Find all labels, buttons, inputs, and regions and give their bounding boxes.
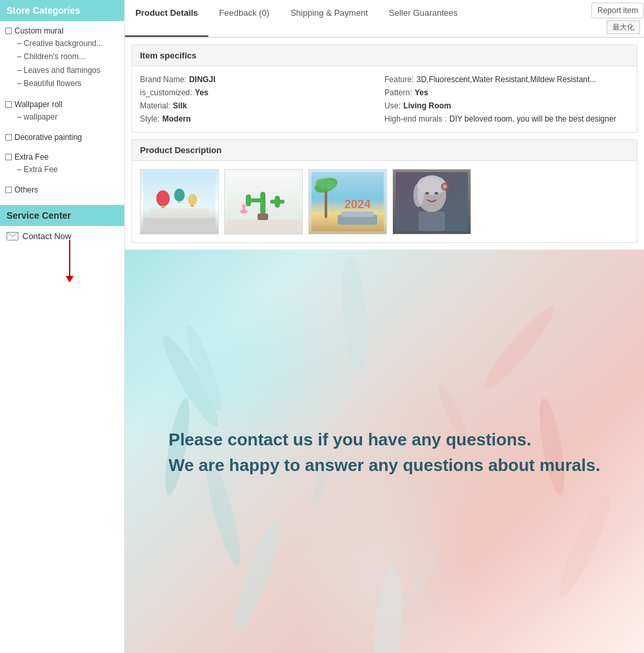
service-center-header: Service Center: [0, 205, 124, 226]
spec-murals-label: High-end murals :: [384, 114, 447, 124]
arrow-head: [66, 276, 74, 282]
store-categories-header: Store Categories: [0, 0, 124, 21]
spec-brand-label: Brand Name:: [140, 75, 187, 84]
sub-extra-fee[interactable]: Extra Fee: [17, 163, 119, 176]
spec-pattern: Pattern: Yes: [384, 86, 629, 99]
svg-point-5: [174, 189, 185, 202]
svg-rect-8: [191, 205, 194, 207]
spec-brand: Brand Name: DINGJI: [140, 73, 384, 86]
product-image-4[interactable]: [392, 169, 471, 235]
svg-rect-14: [246, 194, 251, 206]
svg-rect-20: [227, 219, 300, 231]
spec-feature-label: Feature:: [384, 75, 414, 84]
product-image-1[interactable]: [140, 169, 219, 235]
product-image-3[interactable]: 2024: [308, 169, 387, 235]
spec-feature: Feature: 3D,Fluorescent,Water Resistant,…: [384, 73, 629, 86]
spec-feature-value: 3D,Fluorescent,Water Resistant,Mildew Re…: [417, 75, 597, 84]
svg-rect-12: [260, 192, 265, 215]
spec-use-value: Living Room: [403, 101, 451, 110]
svg-point-44: [478, 302, 561, 395]
spec-pattern-label: Pattern:: [384, 88, 412, 97]
category-decorative-label[interactable]: Decorative painting: [5, 131, 119, 143]
svg-rect-6: [177, 201, 181, 203]
spec-style-value: Modern: [162, 114, 191, 124]
category-extra-fee-subs: Extra Fee: [5, 163, 119, 176]
svg-point-48: [338, 256, 372, 375]
sub-wallpaper[interactable]: wallpaper: [17, 110, 119, 124]
category-decorative: Decorative painting: [0, 127, 124, 147]
tab-shipping[interactable]: Shipping & Payment: [280, 0, 379, 37]
spec-murals: High-end murals : DIY beloved room, you …: [384, 112, 629, 125]
svg-rect-38: [396, 172, 468, 231]
sidebar: Store Categories Custom mural Creative b…: [0, 0, 125, 653]
item-specifics-header: Item specifics: [132, 45, 637, 66]
product-description-header: Product Description: [132, 140, 637, 161]
report-item-button[interactable]: Report item: [591, 3, 644, 18]
arrow-line: [69, 240, 70, 276]
svg-rect-10: [150, 208, 209, 218]
category-custom-mural: Custom mural Creative background... Chil…: [0, 21, 124, 95]
svg-point-51: [397, 543, 444, 612]
spec-use: Use: Living Room: [384, 99, 629, 112]
bottom-text-line1: Please contact us if you have any questi…: [169, 427, 601, 453]
svg-rect-4: [161, 206, 165, 208]
category-custom-mural-subs: Creative background... Children's room..…: [5, 37, 119, 91]
spec-use-label: Use:: [384, 101, 401, 110]
mail-icon: [7, 232, 18, 240]
contact-now-label: Contact Now: [22, 231, 71, 241]
tab-feedback[interactable]: Feedback (0): [208, 0, 280, 37]
svg-point-19: [242, 204, 246, 208]
spec-material: Material: Silk: [140, 99, 384, 112]
maximize-button[interactable]: 最大化: [607, 20, 640, 34]
spec-material-label: Material:: [140, 101, 170, 110]
item-specifics-section: Item specifics Brand Name: DINGJI is_cus…: [131, 45, 637, 133]
collapse-icon-2: [5, 101, 12, 108]
collapse-icon-5: [5, 187, 12, 193]
svg-rect-9: [143, 218, 216, 231]
sub-childrens[interactable]: Children's room...: [17, 50, 119, 63]
category-extra-fee-label[interactable]: Extra Fee: [5, 151, 119, 163]
svg-rect-21: [258, 214, 268, 220]
svg-text:2024: 2024: [344, 198, 371, 211]
category-extra-fee: Extra Fee Extra Fee: [0, 147, 124, 180]
svg-point-43: [226, 519, 287, 637]
top-bar-right: Report item 最大化: [591, 0, 644, 37]
product-images: 2024: [132, 161, 637, 242]
collapse-icon: [5, 28, 12, 34]
spec-pattern-value: Yes: [415, 88, 428, 97]
sub-flowers[interactable]: Beautiful flowers: [17, 77, 119, 90]
svg-rect-18: [242, 208, 245, 213]
category-wallpaper-label[interactable]: Wallpaper roll: [5, 99, 119, 110]
svg-rect-16: [275, 196, 280, 208]
sub-leaves[interactable]: Leaves and flamingos: [17, 64, 119, 77]
spec-murals-value: DIY beloved room, you will be the best d…: [449, 114, 616, 124]
bottom-text-line2: We are happy to answer any questions abo…: [169, 453, 601, 478]
specs-grid: Brand Name: DINGJI is_customized: Yes Ma…: [132, 66, 637, 132]
tab-product-details[interactable]: Product Details: [125, 0, 208, 37]
svg-rect-13: [250, 198, 265, 202]
spec-customized: is_customized: Yes: [140, 86, 384, 99]
collapse-icon-3: [5, 134, 12, 141]
spec-style-label: Style:: [140, 114, 160, 124]
category-custom-mural-label[interactable]: Custom mural: [5, 25, 119, 37]
specs-right-col: Feature: 3D,Fluorescent,Water Resistant,…: [384, 73, 629, 125]
main-content: Product Details Feedback (0) Shipping & …: [125, 0, 644, 653]
category-wallpaper: Wallpaper roll wallpaper: [0, 95, 124, 127]
spec-style: Style: Modern: [140, 112, 384, 125]
category-others-label[interactable]: Others: [5, 184, 119, 196]
spec-brand-value: DINGJI: [189, 75, 216, 84]
svg-rect-28: [341, 212, 374, 217]
svg-point-40: [181, 322, 227, 414]
tabs-row: Product Details Feedback (0) Shipping & …: [125, 0, 644, 38]
svg-point-7: [188, 194, 197, 206]
product-image-2[interactable]: [224, 169, 303, 235]
category-others: Others: [0, 180, 124, 200]
svg-point-47: [369, 564, 406, 653]
specs-left-col: Brand Name: DINGJI is_customized: Yes Ma…: [140, 73, 384, 125]
product-description-section: Product Description: [131, 139, 637, 243]
category-wallpaper-subs: wallpaper: [5, 110, 119, 124]
collapse-icon-4: [5, 154, 12, 160]
tab-seller-guarantees[interactable]: Seller Guarantees: [379, 0, 469, 37]
bottom-text-container: Please contact us if you have any questi…: [156, 414, 614, 491]
sub-creative[interactable]: Creative background...: [17, 37, 119, 50]
